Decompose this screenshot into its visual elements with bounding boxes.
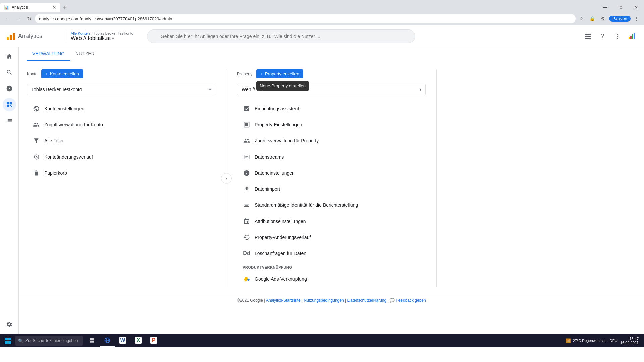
attributionseinstellungen-icon: [243, 217, 251, 225]
taskbar: 🔍 Zur Suche Text hier eingeben W X P: [0, 334, 644, 347]
menu-item-kontoeinstellungen[interactable]: Kontoeinstellungen: [27, 101, 215, 117]
close-button[interactable]: ✕: [629, 3, 644, 12]
refresh-button[interactable]: ↻: [24, 14, 34, 23]
account-select-value: Tobias Becker Testkonto: [31, 87, 82, 92]
nav-admin-icon[interactable]: [3, 98, 16, 111]
analytics-startseite-link[interactable]: Analytics-Startseite: [266, 298, 301, 303]
help-icon: ?: [601, 33, 604, 40]
zugriffsverwaltung-property-label: Zugriffsverwaltung für Property: [255, 138, 319, 143]
tab-close-button[interactable]: ✕: [52, 5, 56, 10]
taskbar-excel-button[interactable]: X: [131, 335, 146, 347]
nav-search-icon[interactable]: [3, 66, 16, 79]
url-input[interactable]: [35, 14, 576, 23]
browser-tab[interactable]: 📊 Analytics ✕: [0, 3, 60, 12]
menu-item-alle-filter[interactable]: Alle Filter: [27, 133, 215, 149]
forward-button[interactable]: →: [13, 14, 23, 23]
taskbar-word-button[interactable]: W: [115, 335, 130, 347]
datenimport-icon: [243, 185, 251, 193]
more-options-button[interactable]: ⋮: [610, 29, 624, 43]
view-column: [437, 69, 636, 287]
papierkorb-icon: [32, 169, 40, 177]
all-accounts-link[interactable]: Alle Konten: [71, 31, 90, 35]
menu-item-datenimport[interactable]: Datenimport: [237, 181, 426, 197]
apps-grid-button[interactable]: [581, 29, 594, 43]
menu-item-papierkorb[interactable]: Papierkorb: [27, 165, 215, 181]
feedback-icon: 💬: [390, 298, 395, 303]
app-logo: Analytics: [5, 31, 62, 41]
account-select[interactable]: Tobias Becker Testkonto ▾: [27, 84, 215, 95]
profile-button[interactable]: Pausiert: [609, 16, 631, 22]
task-view-button[interactable]: [85, 335, 99, 347]
menu-item-attributionseinstellungen[interactable]: Attributionseinstellungen: [237, 213, 426, 229]
feedback-link[interactable]: Feedback geben: [396, 298, 426, 303]
menu-item-standardmaessige-identitaet[interactable]: Standardmäßige Identität für die Bericht…: [237, 197, 426, 213]
svg-rect-9: [585, 38, 587, 39]
svg-rect-14: [632, 34, 633, 39]
star-icon[interactable]: ☆: [577, 14, 586, 23]
maximize-button[interactable]: □: [613, 3, 629, 12]
zugriffsverwaltung-konto-icon: [32, 121, 40, 129]
tab-nutzer[interactable]: NUTZER: [70, 47, 100, 61]
datenschutzerklaerung-link[interactable]: Datenschutzerklärung: [347, 298, 386, 303]
menu-item-loeschanfragen[interactable]: Dd Löschanfragen für Daten: [237, 245, 426, 261]
nutzungsbedingungen-link[interactable]: Nutzungsbedingungen: [304, 298, 344, 303]
taskbar-search[interactable]: 🔍 Zur Suche Text hier eingeben: [15, 336, 83, 346]
property-tooltip: Neue Property erstellen: [256, 81, 309, 90]
breadcrumb-separator: ›: [91, 31, 92, 35]
menu-item-property-aenderungsverlauf[interactable]: Property-Änderungsverlauf: [237, 229, 426, 245]
nav-settings-icon[interactable]: [3, 318, 16, 331]
property-einstellungen-icon: [243, 121, 251, 129]
svg-rect-3: [585, 34, 587, 35]
property-dropdown-arrow[interactable]: ▾: [112, 36, 114, 41]
nav-realtime-icon[interactable]: [3, 82, 16, 95]
tab-verwaltung[interactable]: VERWALTUNG: [27, 47, 70, 61]
nav-reports-icon[interactable]: [3, 114, 16, 127]
nav-home-icon[interactable]: [3, 50, 16, 63]
create-property-plus-icon: +: [260, 71, 263, 76]
datenstreams-icon: [243, 153, 251, 161]
property-label: Property: [237, 72, 252, 76]
more-icon[interactable]: ⋮: [632, 14, 641, 23]
menu-item-zugriffsverwaltung-property[interactable]: Zugriffsverwaltung für Property: [237, 133, 426, 149]
create-konto-button[interactable]: + Konto erstellen: [41, 69, 83, 78]
svg-rect-0: [7, 37, 9, 40]
menu-item-einrichtungsassistent[interactable]: Einrichtungsassistent: [237, 101, 426, 117]
extension-icon[interactable]: 🔒: [588, 14, 597, 23]
tab-title: Analytics: [12, 5, 50, 10]
menu-item-property-einstellungen[interactable]: Property-Einstellungen: [237, 117, 426, 133]
address-bar: ← → ↻ ☆ 🔒 ⚙ Pausiert ⋮: [0, 12, 644, 25]
menu-item-dateneinstellungen[interactable]: Dateneinstellungen: [237, 165, 426, 181]
create-property-button[interactable]: + Property erstellen: [256, 69, 303, 78]
clock-time: 15:47: [620, 337, 639, 341]
svg-rect-21: [5, 341, 8, 344]
help-button[interactable]: ?: [596, 29, 609, 43]
minimize-button[interactable]: —: [598, 3, 613, 12]
back-button[interactable]: ←: [3, 14, 12, 23]
menu-item-google-ads[interactable]: Google Ads-Verknüpfung: [237, 271, 426, 287]
expand-column-button[interactable]: ›: [221, 173, 232, 184]
kontoeinstellungen-icon: [32, 105, 40, 113]
menu-item-datenstreams[interactable]: Datenstreams: [237, 149, 426, 165]
language-icon[interactable]: DEU: [610, 339, 618, 343]
clock: 15:47 16.09.2021: [620, 337, 639, 345]
taskbar-ppt-button[interactable]: P: [146, 335, 161, 347]
standardmaessige-identitaet-icon: [243, 201, 251, 209]
dateneinstellungen-icon: [243, 169, 251, 177]
svg-rect-5: [589, 34, 591, 35]
start-button[interactable]: [1, 335, 15, 347]
property-header: Property + Property erstellen Neue Prope…: [237, 69, 426, 78]
svg-rect-12: [629, 37, 630, 39]
settings-icon[interactable]: ⚙: [598, 14, 608, 23]
taskbar-browser-button[interactable]: [100, 335, 115, 347]
search-input[interactable]: [147, 29, 415, 43]
new-tab-button[interactable]: +: [60, 3, 69, 12]
network-icon[interactable]: 📶: [566, 338, 571, 343]
menu-item-zugriffsverwaltung-konto[interactable]: Zugriffsverwaltung für Konto: [27, 117, 215, 133]
menu-item-kontoaenderungsverlauf[interactable]: Kontoänderungsverlauf: [27, 149, 215, 165]
app-footer: ©2021 Google | Analytics-Startseite | Nu…: [19, 295, 644, 305]
left-nav: [0, 47, 19, 334]
create-konto-label: Konto erstellen: [50, 71, 79, 76]
alle-filter-icon: [32, 137, 40, 145]
kontoaenderungsverlauf-icon: [32, 153, 40, 161]
analytics-data-button[interactable]: [625, 29, 639, 43]
